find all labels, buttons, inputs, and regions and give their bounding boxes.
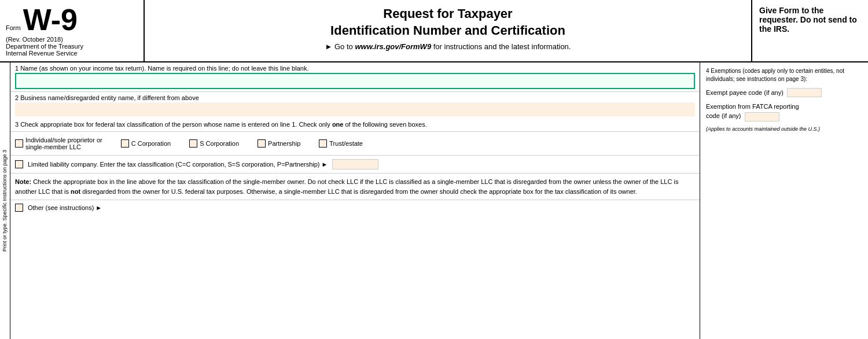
fatca-code-label: code (if any) — [706, 112, 741, 119]
checkbox-trust[interactable]: Trust/estate — [319, 139, 363, 148]
form-body: Print or type. Specific Instructions on … — [0, 62, 868, 339]
field2-row: 2 Business name/disregarded entity name,… — [10, 92, 700, 117]
checkbox-s-corp-label: S Corporation — [200, 140, 239, 147]
checkbox-c-corp[interactable]: C Corporation — [121, 139, 171, 148]
form-number: W-9 — [23, 5, 78, 35]
field2-label: 2 Business name/disregarded entity name,… — [15, 94, 695, 101]
form-right-header: Give Form to the requester. Do not send … — [752, 0, 868, 61]
main-form-content: 1 Name (as shown on your income tax retu… — [10, 62, 700, 339]
checkbox-s-corp[interactable]: S Corporation — [189, 139, 239, 148]
checkbox-individual-label: Individual/sole proprietor or single-mem… — [25, 137, 102, 150]
checkbox-trust-box[interactable] — [319, 139, 327, 148]
section3-header: 3 Check appropriate box for federal tax … — [10, 117, 700, 132]
field1-label: 1 Name (as shown on your income tax retu… — [15, 65, 695, 72]
form-label: Form — [6, 24, 21, 31]
fatca-label: Exemption from FATCA reporting — [706, 103, 862, 110]
side-label-container: Print or type. Specific Instructions on … — [0, 62, 10, 339]
fatca-field-row: code (if any) — [706, 112, 862, 121]
form-dept1: Department of the Treasury — [6, 43, 138, 50]
checkboxes-row: Individual/sole proprietor or single-mem… — [10, 132, 700, 156]
checkbox-trust-label: Trust/estate — [329, 140, 363, 147]
form-left-header: Form W-9 (Rev. October 2018) Department … — [0, 0, 145, 61]
checkbox-partnership[interactable]: Partnership — [258, 139, 300, 148]
form-center-header: Request for Taxpayer Identification Numb… — [145, 0, 752, 61]
checkbox-c-corp-label: C Corporation — [131, 140, 171, 147]
checkbox-partnership-label: Partnership — [268, 140, 300, 147]
other-row: Other (see instructions) ► — [10, 200, 700, 215]
section4-title: 4 Exemptions (codes apply only to certai… — [706, 67, 862, 83]
exempt-payee-row: Exempt payee code (if any) — [706, 88, 862, 97]
form-rev: (Rev. October 2018) — [6, 36, 138, 43]
checkbox-other-box[interactable] — [15, 204, 23, 212]
right-panel: 4 Exemptions (codes apply only to certai… — [700, 62, 868, 339]
form-dept2: Internal Revenue Service — [6, 50, 138, 57]
field1-input[interactable] — [15, 73, 695, 89]
form-header: Form W-9 (Rev. October 2018) Department … — [0, 0, 868, 62]
llc-text: Limited liability company. Enter the tax… — [28, 161, 328, 168]
checkbox-llc-box[interactable] — [15, 160, 23, 168]
form-goto: ► Go to www.irs.gov/FormW9 for instructi… — [156, 42, 740, 51]
note-text2: disregarded from the owner for U.S. fede… — [80, 188, 637, 195]
exempt-payee-label: Exempt payee code (if any) — [706, 89, 784, 96]
note-bold: Note: — [15, 178, 31, 185]
fatca-code-input[interactable] — [745, 112, 779, 121]
exempt-payee-input[interactable] — [787, 88, 822, 97]
checkbox-individual[interactable]: Individual/sole proprietor or single-mem… — [15, 137, 102, 150]
checkbox-s-corp-box[interactable] — [189, 139, 197, 148]
form-title: Request for Taxpayer Identification Numb… — [156, 6, 740, 39]
field2-input[interactable] — [15, 102, 695, 116]
llc-input[interactable] — [332, 159, 378, 169]
checkbox-c-corp-box[interactable] — [121, 139, 129, 148]
other-label: Other (see instructions) ► — [28, 204, 102, 211]
applies-note: (Applies to accounts maintained outside … — [706, 126, 862, 132]
checkbox-partnership-box[interactable] — [258, 139, 266, 148]
note-not-bold: not — [71, 188, 80, 195]
note-row: Note: Check the appropriate box in the l… — [10, 174, 700, 200]
w9-form: Form W-9 (Rev. October 2018) Department … — [0, 0, 868, 339]
side-label-text: Print or type. Specific Instructions on … — [2, 150, 8, 252]
llc-row: Limited liability company. Enter the tax… — [10, 156, 700, 174]
checkbox-individual-box[interactable] — [15, 139, 23, 148]
field1-row: 1 Name (as shown on your income tax retu… — [10, 62, 700, 92]
